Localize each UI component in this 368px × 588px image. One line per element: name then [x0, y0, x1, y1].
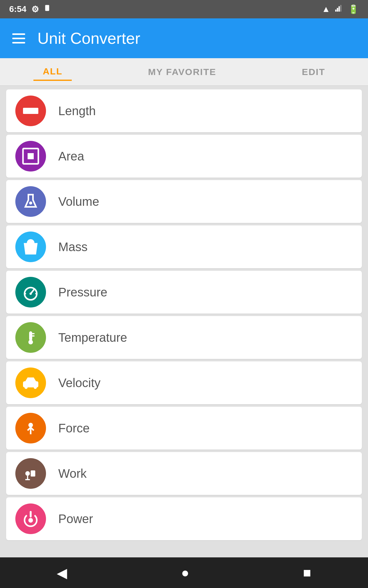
converter-list: LengthAreaVolumeMassPressureTemperatureV…	[0, 86, 368, 557]
list-item-mass[interactable]: Mass	[6, 225, 362, 268]
battery-icon: 🔋	[348, 4, 359, 14]
list-item-volume[interactable]: Volume	[6, 180, 362, 223]
svg-point-20	[29, 340, 33, 345]
force-label: Force	[58, 421, 90, 435]
pressure-label: Pressure	[58, 285, 107, 299]
work-label: Work	[58, 467, 87, 481]
signal-icon	[335, 4, 343, 14]
status-bar: 6:54 ⚙ ▲ 🔋	[0, 0, 368, 18]
tab-all[interactable]: ALL	[33, 63, 71, 81]
settings-icon: ⚙	[31, 4, 39, 14]
sim-icon	[44, 4, 52, 14]
list-item-power[interactable]: Power	[6, 497, 362, 540]
list-item-work[interactable]: Work	[6, 452, 362, 495]
tabs-bar: ALL MY FAVORITE EDIT	[0, 58, 368, 86]
svg-rect-2	[337, 8, 338, 11]
bottom-nav: ◀ ● ■	[0, 557, 368, 588]
list-item-length[interactable]: Length	[6, 89, 362, 132]
list-item-velocity[interactable]: Velocity	[6, 361, 362, 404]
mass-icon-circle	[15, 232, 46, 262]
list-item-pressure[interactable]: Pressure	[6, 271, 362, 314]
svg-point-25	[34, 386, 37, 389]
hamburger-menu-button[interactable]	[12, 33, 25, 43]
mass-label: Mass	[58, 240, 88, 254]
velocity-label: Velocity	[58, 376, 101, 390]
status-right: ▲ 🔋	[322, 4, 359, 14]
svg-rect-0	[45, 5, 49, 11]
volume-icon-circle	[15, 186, 46, 217]
back-button[interactable]: ◀	[57, 565, 67, 581]
area-label: Area	[58, 149, 84, 163]
work-icon-circle	[15, 458, 46, 489]
wifi-icon: ▲	[322, 4, 330, 14]
tab-my-favorite[interactable]: MY FAVORITE	[139, 64, 226, 80]
svg-rect-12	[28, 153, 34, 159]
area-icon-circle	[15, 141, 46, 172]
list-item-temperature[interactable]: Temperature	[6, 316, 362, 359]
temperature-icon-circle	[15, 322, 46, 353]
svg-rect-4	[340, 5, 341, 12]
svg-rect-3	[339, 6, 340, 11]
force-icon-circle	[15, 413, 46, 443]
svg-point-32	[29, 518, 33, 523]
svg-point-13	[29, 202, 32, 205]
status-time: 6:54	[9, 4, 26, 14]
power-label: Power	[58, 512, 93, 526]
app-title: Unit Converter	[37, 29, 140, 47]
velocity-icon-circle	[15, 368, 46, 398]
list-item-force[interactable]: Force	[6, 407, 362, 450]
svg-rect-19	[29, 331, 32, 341]
status-left: 6:54 ⚙	[9, 4, 52, 14]
svg-point-24	[25, 386, 28, 389]
svg-point-26	[29, 423, 33, 428]
svg-rect-1	[335, 9, 336, 12]
home-button[interactable]: ●	[181, 565, 189, 580]
volume-label: Volume	[58, 195, 99, 209]
length-label: Length	[58, 104, 96, 118]
power-icon-circle	[15, 503, 46, 534]
svg-rect-31	[31, 470, 35, 477]
temperature-label: Temperature	[58, 331, 127, 345]
recent-button[interactable]: ■	[303, 565, 311, 580]
length-icon-circle	[15, 96, 46, 126]
svg-point-30	[25, 471, 30, 476]
svg-point-16	[29, 292, 32, 295]
pressure-icon-circle	[15, 277, 46, 307]
tab-edit[interactable]: EDIT	[293, 64, 334, 80]
app-bar: Unit Converter	[0, 18, 368, 58]
list-item-area[interactable]: Area	[6, 135, 362, 178]
